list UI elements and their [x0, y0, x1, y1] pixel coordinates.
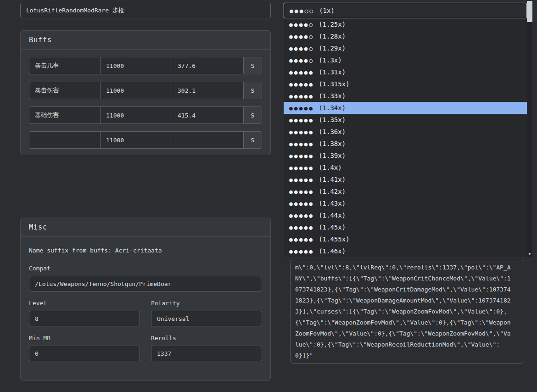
- grade-option[interactable]: ●●●●● (1.36x): [284, 126, 527, 138]
- grade-option-dots: ●●●●●: [289, 248, 314, 255]
- buff-computed-value: 377.6: [172, 57, 244, 74]
- grade-combobox[interactable]: ●●●○○ (1x): [284, 3, 527, 18]
- grade-option[interactable]: ●●●●● (1.315x): [284, 78, 527, 90]
- grade-option-dots: ●●●●●: [289, 117, 314, 123]
- buff-value-input[interactable]: 11000: [101, 82, 172, 99]
- grade-option[interactable]: ●●●●○ (1.25x): [284, 18, 527, 30]
- grade-option-label: (1.44x): [319, 212, 346, 219]
- grade-option-label: (1.4x): [319, 164, 342, 171]
- grade-option[interactable]: ●●●●● (1.44x): [284, 209, 527, 221]
- grade-option-dots: ●●●●●: [289, 176, 314, 183]
- grade-option[interactable]: ●●●●● (1.31x): [284, 66, 527, 78]
- grade-option-dots: ●●●●●: [289, 140, 314, 147]
- grade-option-label: (1.315x): [319, 80, 349, 88]
- grade-option-label: (1.35x): [319, 116, 346, 123]
- grade-option[interactable]: ●●●●● (1.42x): [284, 185, 527, 197]
- grade-option-label: (1.36x): [319, 128, 346, 135]
- polarity-input[interactable]: Universal: [151, 311, 262, 326]
- grade-option-dots: ●●●●●: [289, 200, 314, 207]
- buffs-panel-title: Buffs: [21, 31, 270, 50]
- grade-option-label: (1.42x): [319, 188, 346, 195]
- scrollbar-thumb[interactable]: [527, 1, 532, 22]
- grade-option[interactable]: ●●●●● (1.35x): [284, 114, 527, 126]
- grade-option-label: (1.3x): [319, 56, 342, 64]
- buff-value-input[interactable]: 11000: [101, 57, 172, 74]
- compat-input[interactable]: /Lotus/Weapons/Tenno/Shotgun/PrimeBoar: [29, 276, 262, 291]
- weapon-name-input[interactable]: LotusRifleRandomModRare 步枪: [20, 3, 271, 18]
- grade-option-dots: ●●●●○: [289, 33, 314, 40]
- grade-option-label: (1.29x): [319, 45, 346, 52]
- buff-row: 基础伤害 11000 415.4 S: [29, 106, 262, 124]
- grade-selected-label: (1x): [319, 7, 335, 14]
- grade-option-label: (1.39x): [319, 152, 346, 159]
- grade-option[interactable]: ●●●●○ (1.28x): [284, 30, 527, 42]
- grade-option-dots: ●●●●●: [289, 129, 314, 135]
- compat-label: Compat: [29, 265, 262, 272]
- grade-option[interactable]: ●●●●● (1.43x): [284, 197, 527, 209]
- grade-option-dots: ●●●●●: [289, 212, 314, 219]
- min-mr-input[interactable]: 0: [29, 346, 140, 361]
- name-suffix-text: Name suffix from buffs: Acri-critaata: [29, 247, 262, 254]
- grade-option-label: (1.45x): [319, 224, 346, 231]
- buffs-panel: Buffs 暴击几率 11000 377.6 S 暴击伤害 11000 302.…: [20, 30, 271, 155]
- grade-option[interactable]: ●●●●● (1.46x): [284, 245, 527, 257]
- rerolls-label: Rerolls: [151, 335, 262, 342]
- grade-option[interactable]: ●●●●○ (1.29x): [284, 42, 527, 54]
- buff-value-input[interactable]: 11000: [101, 107, 172, 123]
- grade-option[interactable]: ●●●●● (1.39x): [284, 150, 527, 162]
- grade-option-dots: ●●●●●: [289, 152, 314, 159]
- grade-option[interactable]: ●●●●● (1.41x): [284, 174, 527, 185]
- grade-option-label: (1.34x): [319, 104, 346, 112]
- grade-option-label: (1.33x): [319, 92, 346, 100]
- buff-computed-value: 302.1: [172, 82, 244, 99]
- scrollbar-down-arrow-icon[interactable]: ▼: [527, 251, 532, 257]
- misc-panel: Misc Name suffix from buffs: Acri-critaa…: [20, 218, 271, 381]
- buff-name-select[interactable]: 暴击几率: [29, 57, 101, 74]
- buff-computed-value: [172, 132, 244, 148]
- buff-s-button[interactable]: S: [244, 107, 262, 123]
- grade-option[interactable]: ●●●●● (1.38x): [284, 138, 527, 150]
- grade-option[interactable]: ●●●●○ (1.3x): [284, 54, 527, 66]
- riven-json-output[interactable]: m\":0,\"lvl\":8,\"lvlReq\":0,\"rerolls\"…: [290, 260, 524, 364]
- buff-value-input[interactable]: 11000: [101, 132, 172, 148]
- grade-option[interactable]: ●●●●● (1.4x): [284, 162, 527, 174]
- grade-option-label: (1.41x): [319, 176, 346, 183]
- buff-s-button[interactable]: S: [244, 57, 262, 74]
- buff-s-button[interactable]: S: [244, 132, 262, 148]
- grade-option-dots: ●●●●●: [289, 188, 314, 195]
- grade-option[interactable]: ●●●●● (1.455x): [284, 233, 527, 245]
- buff-row: 暴击伤害 11000 302.1 S: [29, 82, 262, 99]
- grade-option-dots: ●●●●●: [289, 224, 314, 231]
- buff-s-button[interactable]: S: [244, 82, 262, 99]
- grade-option-dots: ●●●●●: [289, 236, 314, 243]
- grade-option-dots: ●●●●○: [289, 21, 314, 28]
- buff-row: 11000 S: [29, 131, 262, 149]
- buff-name-select[interactable]: 基础伤害: [29, 107, 101, 123]
- grade-option-dots: ●●●●●: [289, 105, 314, 112]
- level-input[interactable]: 8: [29, 311, 140, 326]
- grade-option-dots: ●●●●●: [289, 164, 314, 171]
- grade-option-dots: ●●●●○: [289, 45, 314, 52]
- grade-option-label: (1.455x): [319, 235, 349, 243]
- grade-option-dots: ●●●●○: [289, 57, 314, 64]
- buff-row: 暴击几率 11000 377.6 S: [29, 57, 262, 74]
- grade-option-label: (1.43x): [319, 200, 346, 207]
- level-label: Level: [29, 300, 140, 307]
- grade-option[interactable]: ●●●●● (1.34x): [284, 102, 527, 114]
- grade-option-list: ●●●●○ (1.25x) ●●●●○ (1.28x) ●●●●○ (1.29x…: [284, 18, 527, 257]
- buff-name-select[interactable]: [29, 132, 101, 148]
- rerolls-input[interactable]: 1337: [151, 346, 262, 361]
- buff-computed-value: 415.4: [172, 107, 244, 123]
- grade-option-dots: ●●●●●: [289, 81, 314, 88]
- grade-option-label: (1.28x): [319, 33, 346, 40]
- buff-name-select[interactable]: 暴击伤害: [29, 82, 101, 99]
- min-mr-label: Min MR: [29, 335, 140, 342]
- grade-option-label: (1.31x): [319, 68, 346, 76]
- grade-option-label: (1.46x): [319, 247, 346, 255]
- grade-selected-dots: ●●●○○: [290, 7, 314, 14]
- misc-panel-title: Misc: [21, 218, 270, 237]
- grade-option[interactable]: ●●●●● (1.33x): [284, 90, 527, 102]
- grade-option[interactable]: ●●●●● (1.45x): [284, 221, 527, 233]
- dropdown-scrollbar[interactable]: ▼: [527, 1, 532, 257]
- grade-option-label: (1.25x): [319, 21, 346, 28]
